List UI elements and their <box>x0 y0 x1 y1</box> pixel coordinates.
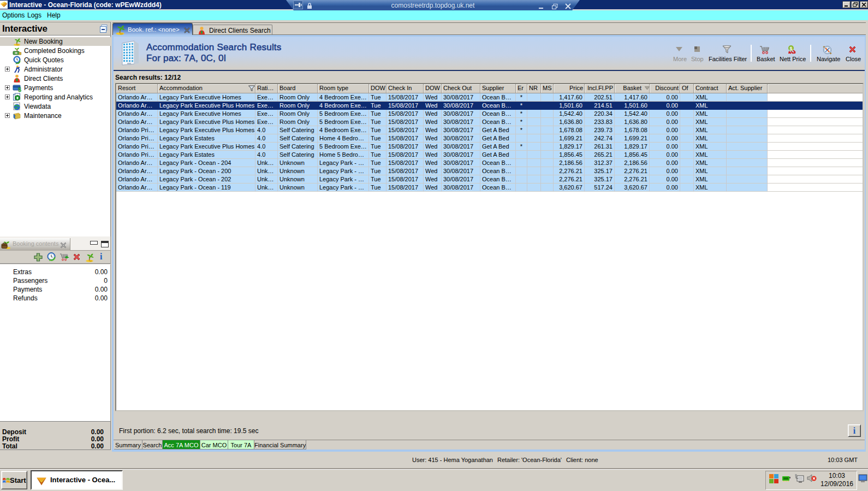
svg-text:$: $ <box>789 46 792 51</box>
svg-text:$: $ <box>18 86 21 93</box>
